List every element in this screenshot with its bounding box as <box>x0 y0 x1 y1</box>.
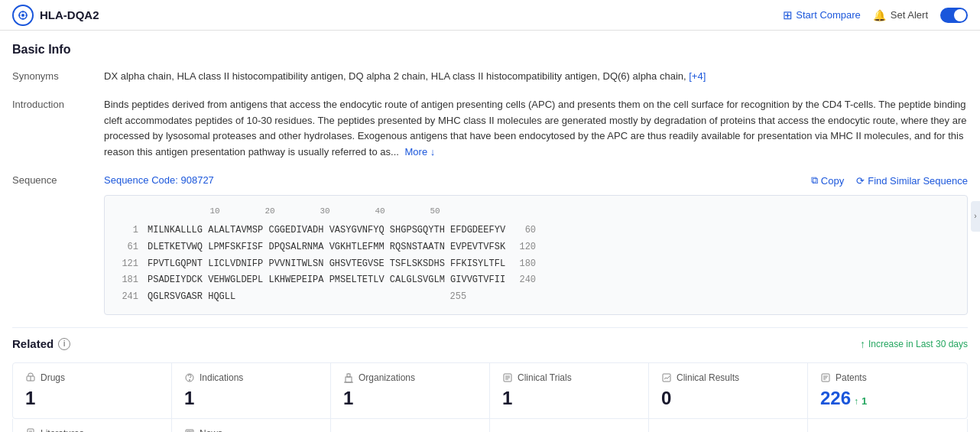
related-cell-drugs[interactable]: Drugs 1 <box>13 363 172 418</box>
alert-toggle[interactable] <box>940 8 968 23</box>
introduction-row: Introduction Binds peptides derived from… <box>12 97 968 161</box>
results-label: Clinical Results <box>661 372 795 383</box>
news-icon <box>184 428 195 432</box>
results-value: 0 <box>661 388 795 409</box>
compare-icon: ⊞ <box>783 8 793 22</box>
header: HLA-DQA2 ⊞ Start Compare 🔔 Set Alert <box>0 0 980 31</box>
org-icon <box>343 372 354 383</box>
patent-icon <box>820 372 831 383</box>
orgs-label: Organizations <box>343 372 477 383</box>
increase-arrow-icon: ↑ <box>860 338 865 350</box>
increase-badge: ↑ Increase in Last 30 days <box>860 338 968 350</box>
copy-icon: ⧉ <box>811 174 818 187</box>
trial-icon <box>502 372 513 383</box>
indications-label: Indications <box>184 372 318 383</box>
sequence-value: Sequence Code: 908727 ⧉ Copy ⟳ Find Simi… <box>104 173 968 315</box>
content: Basic Info Synonyms DX alpha chain, HLA … <box>0 31 980 432</box>
related-info-icon[interactable]: i <box>58 338 70 350</box>
related-cell-patents[interactable]: Patents 226 ↑ 1 <box>808 363 967 418</box>
literatures-label: Literatures <box>25 428 159 432</box>
related-grid-row2: Literatures 144 News 0 <box>12 419 968 432</box>
sequence-ruler: 10 20 30 40 50 <box>117 205 955 219</box>
related-header: Related i ↑ Increase in Last 30 days <box>12 337 968 350</box>
header-actions: ⊞ Start Compare 🔔 Set Alert <box>783 8 968 23</box>
result-icon <box>661 372 672 383</box>
related-cell-empty-3 <box>649 419 808 432</box>
synonyms-value: DX alpha chain, HLA class II histocompat… <box>104 69 968 85</box>
svg-point-1 <box>21 14 24 17</box>
drugs-value: 1 <box>25 388 159 409</box>
sequence-actions: ⧉ Copy ⟳ Find Similar Sequence <box>811 174 968 187</box>
related-cell-orgs[interactable]: Organizations 1 <box>331 363 490 418</box>
drugs-label: Drugs <box>25 372 159 383</box>
sidebar-collapse-arrow[interactable]: › <box>971 201 980 232</box>
patents-value: 226 <box>820 388 851 409</box>
seq-line-4: 181PSADEIYDCK VEHWGLDEPL LKHWEPEIPA PMSE… <box>117 272 955 289</box>
find-similar-button[interactable]: ⟳ Find Similar Sequence <box>856 175 968 187</box>
introduction-value: Binds peptides derived from antigens tha… <box>104 97 968 161</box>
sequence-box: 10 20 30 40 50 1MILNKALLLG ALALTAVMSP CG… <box>104 195 968 316</box>
seq-line-5: 241QGLRSVGASR HQGLL255 <box>117 289 955 306</box>
seq-line-2: 61DLETKETVWQ LPMFSKFISF DPQSALRNMA VGKHT… <box>117 239 955 256</box>
start-compare-button[interactable]: ⊞ Start Compare <box>783 8 861 22</box>
news-label: News <box>184 428 318 432</box>
seq-line-1: 1MILNKALLLG ALALTAVMSP CGGEDIVADH VASYGV… <box>117 222 955 239</box>
synonyms-extra-link[interactable]: [+4] <box>689 70 706 82</box>
patents-value-container: 226 ↑ 1 <box>820 388 955 409</box>
related-title: Related i <box>12 337 70 350</box>
drug-icon <box>25 372 36 383</box>
related-cell-empty-4 <box>808 419 967 432</box>
logo: HLA-DQA2 <box>12 5 99 26</box>
svg-rect-10 <box>346 377 352 382</box>
basic-info-section: Basic Info Synonyms DX alpha chain, HLA … <box>12 43 968 315</box>
patents-increase-num: 1 <box>862 395 867 407</box>
patents-increase-arrow: ↑ <box>854 396 858 407</box>
indication-icon <box>184 372 195 383</box>
trials-label: Clinical Trials <box>502 372 636 383</box>
related-cell-trials[interactable]: Clinical Trials 1 <box>490 363 649 418</box>
related-cell-results[interactable]: Clinical Results 0 <box>649 363 808 418</box>
related-grid-row1: Drugs 1 Indications 1 Organizations 1 <box>12 362 968 419</box>
orgs-value: 1 <box>343 388 477 409</box>
patents-label: Patents <box>820 372 955 383</box>
sequence-row: Sequence Sequence Code: 908727 ⧉ Copy ⟳ … <box>12 173 968 315</box>
introduction-label: Introduction <box>12 97 104 161</box>
synonyms-row: Synonyms DX alpha chain, HLA class II hi… <box>12 69 968 85</box>
set-alert-button[interactable]: 🔔 Set Alert <box>873 9 928 21</box>
trials-value: 1 <box>502 388 636 409</box>
lit-icon <box>25 428 36 432</box>
related-cell-indications[interactable]: Indications 1 <box>172 363 331 418</box>
sequence-header: Sequence Code: 908727 ⧉ Copy ⟳ Find Simi… <box>104 173 968 189</box>
related-cell-news[interactable]: News 0 <box>172 419 331 432</box>
sequence-code-link[interactable]: Sequence Code: 908727 <box>104 173 214 189</box>
sequence-label: Sequence <box>12 173 104 315</box>
more-link[interactable]: More ↓ <box>405 146 436 158</box>
alert-icon: 🔔 <box>873 9 886 21</box>
copy-button[interactable]: ⧉ Copy <box>811 174 844 187</box>
related-cell-literatures[interactable]: Literatures 144 <box>13 419 172 432</box>
svg-rect-11 <box>347 374 350 377</box>
related-cell-empty-1 <box>331 419 490 432</box>
seq-line-3: 121FPVTLGQPNT LICLVDNIFP PVVNITWLSN GHSV… <box>117 256 955 273</box>
app-title: HLA-DQA2 <box>40 8 99 21</box>
find-similar-icon: ⟳ <box>856 175 865 187</box>
indications-value: 1 <box>184 388 318 409</box>
related-section: Related i ↑ Increase in Last 30 days Dru… <box>12 327 968 432</box>
related-cell-empty-2 <box>490 419 649 432</box>
synonyms-label: Synonyms <box>12 69 104 85</box>
basic-info-title: Basic Info <box>12 43 968 57</box>
logo-icon <box>12 5 34 26</box>
